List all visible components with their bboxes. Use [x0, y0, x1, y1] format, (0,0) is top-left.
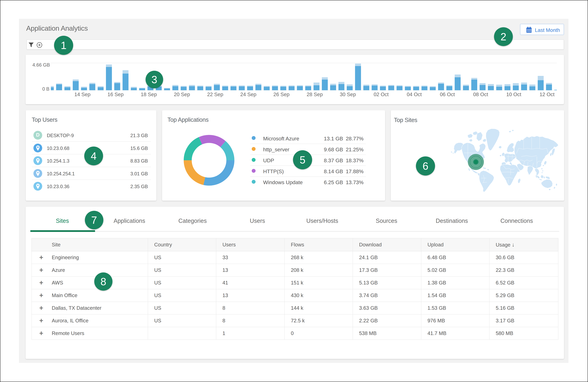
svg-text:08 Oct: 08 Oct [473, 91, 488, 97]
svg-text:24 Sep: 24 Sep [240, 91, 256, 97]
svg-text:28 Sep: 28 Sep [307, 91, 323, 97]
svg-text:14 Sep: 14 Sep [74, 91, 91, 97]
svg-text:06 Oct: 06 Oct [440, 91, 455, 97]
svg-text:26 Sep: 26 Sep [273, 91, 290, 97]
svg-text:30 Sep: 30 Sep [340, 91, 356, 97]
svg-text:18 Sep: 18 Sep [141, 91, 157, 97]
svg-text:22 Sep: 22 Sep [207, 91, 223, 97]
svg-text:04 Oct: 04 Oct [407, 91, 422, 97]
svg-text:0 B: 0 B [42, 86, 49, 92]
svg-text:16 Sep: 16 Sep [107, 91, 124, 97]
svg-text:12 Oct: 12 Oct [540, 91, 554, 97]
svg-text:02 Oct: 02 Oct [374, 91, 389, 97]
svg-text:10 Oct: 10 Oct [506, 91, 521, 97]
svg-text:4.66 GB: 4.66 GB [32, 62, 50, 68]
svg-text:20 Sep: 20 Sep [174, 91, 190, 97]
